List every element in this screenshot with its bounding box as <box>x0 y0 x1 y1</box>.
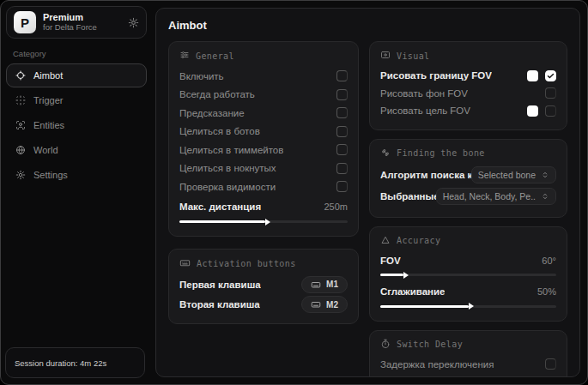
brand-text: Premium for Delta Force <box>43 12 97 33</box>
checkbox[interactable] <box>336 126 348 137</box>
selected-option: Head, Neck, Body, Pe.. <box>443 191 536 202</box>
smoothing-slider[interactable] <box>380 301 556 311</box>
sidebar-item-label: Entities <box>33 120 64 130</box>
setting-value: 60° <box>542 256 556 266</box>
sidebar-item-label: Settings <box>33 170 68 180</box>
hotkey-label: Вторая клавиша <box>179 299 260 310</box>
hotkey-row-second: Вторая клавиша M2 <box>179 296 348 315</box>
main-panel: Aimbot General <box>155 8 580 377</box>
setting-label: Рисовать границу FOV <box>380 70 492 81</box>
switch-delay-card: Switch Delay Задержка переключения Задер… <box>369 330 567 378</box>
setting-label: Проверка видимости <box>179 182 276 192</box>
hotkey-value: M2 <box>326 300 338 310</box>
sidebar-item-label: Trigger <box>33 95 63 105</box>
hotkey-row-first: Первая клавиша M1 <box>179 275 348 294</box>
app-window: P Premium for Delta Force Category <box>0 0 588 385</box>
checkbox[interactable] <box>336 89 348 100</box>
checkbox[interactable] <box>545 87 556 99</box>
setting-label: Алгоритм поиска кости <box>380 170 471 180</box>
brand-box: P Premium for Delta Force <box>6 6 147 39</box>
checkbox[interactable] <box>336 163 348 174</box>
setting-row-prediction: Предсказание <box>179 104 348 123</box>
bone-header: Finding the bone <box>380 147 556 159</box>
checkbox[interactable] <box>336 70 348 81</box>
crosshair-icon <box>15 70 26 81</box>
setting-label: Рисовать фон FOV <box>380 88 468 99</box>
setting-row-selected-bones: Выбранные кости Head, Neck, Body, Pe.. <box>380 186 556 208</box>
setting-label: Предсказание <box>179 108 245 118</box>
unfold-icon <box>541 171 549 179</box>
max-distance-slider[interactable] <box>179 216 348 226</box>
gear-icon[interactable] <box>128 17 139 28</box>
color-swatch[interactable] <box>527 70 538 81</box>
setting-label: Целиться в ботов <box>179 126 260 136</box>
checkbox[interactable] <box>545 105 556 117</box>
checkbox[interactable] <box>336 181 348 192</box>
finding-bone-card: Finding the bone Алгоритм поиска кости S… <box>369 139 567 218</box>
sidebar-item-aimbot[interactable]: Aimbot <box>6 63 147 87</box>
hotkey-label: Первая клавиша <box>179 280 261 290</box>
setting-row-target-knocked: Целиться в нокнутых <box>179 159 348 178</box>
activation-header: Activation buttons <box>179 257 348 270</box>
setting-label: Целиться в тиммейтов <box>179 145 283 155</box>
brand-logo: P <box>14 11 36 33</box>
visual-card: Visual Рисовать границу FOV Рисовать фон… <box>369 41 567 130</box>
setting-row-enable: Включить <box>179 67 348 86</box>
setting-row-always-work: Всегда работать <box>179 86 348 105</box>
bone-algorithm-select[interactable]: Selected bone <box>471 166 556 183</box>
setting-label: FOV <box>380 256 401 266</box>
page-title: Aimbot <box>168 19 567 32</box>
accuracy-header: Accuracy <box>380 235 556 247</box>
setting-label: Включить <box>179 71 224 81</box>
checkbox[interactable] <box>336 107 348 118</box>
session-duration-box: Session duration: 4m 22s <box>5 347 145 378</box>
switch-delay-header: Switch Delay <box>380 339 556 351</box>
setting-row-visibility-check: Проверка видимости <box>179 177 348 196</box>
hotkey-button-second[interactable]: M2 <box>301 296 348 313</box>
activation-buttons-card: Activation buttons Первая клавиша M1 Вто… <box>168 249 359 324</box>
setting-row-fov: FOV 60° <box>380 252 556 270</box>
bone-icon <box>380 147 391 159</box>
setting-label: Рисовать цель FOV <box>380 105 470 116</box>
sidebar-item-settings[interactable]: Settings <box>6 163 147 187</box>
color-swatch[interactable] <box>527 105 538 117</box>
selected-option: Selected bone <box>478 170 536 180</box>
setting-label: Выбранные кости <box>380 191 436 202</box>
sidebar-nav: Aimbot Trigger Entitie <box>6 63 147 188</box>
sidebar-item-world[interactable]: World <box>6 138 147 162</box>
setting-label: Целиться в нокнутых <box>179 163 276 173</box>
brand-title: Premium <box>43 12 97 23</box>
stopwatch-icon <box>380 339 391 351</box>
checkbox[interactable] <box>545 70 556 81</box>
fov-slider[interactable] <box>380 269 556 280</box>
gear-icon <box>15 170 26 180</box>
setting-row-smoothing: Сглаживание 50% <box>380 283 556 301</box>
sidebar-item-entities[interactable]: Entities <box>6 113 147 137</box>
selected-bones-select[interactable]: Head, Neck, Body, Pe.. <box>436 188 556 205</box>
person-scan-icon <box>15 120 26 130</box>
trigger-crosshair-icon <box>15 95 26 105</box>
checkbox[interactable] <box>545 358 556 370</box>
setting-row-target-teammates: Целиться в тиммейтов <box>179 141 348 159</box>
sidebar-item-label: Aimbot <box>33 70 63 81</box>
setting-row-bone-algorithm: Алгоритм поиска кости Selected bone <box>380 165 556 186</box>
eye-box-icon <box>380 50 391 62</box>
setting-row-fov-border: Рисовать границу FOV <box>380 67 556 85</box>
unfold-icon <box>541 192 549 201</box>
general-card: General Включить Всегда работать Предска… <box>168 41 359 237</box>
keyboard-icon <box>179 257 191 270</box>
general-header: General <box>179 50 348 62</box>
sliders-icon <box>179 50 190 62</box>
hotkey-value: M1 <box>326 280 338 289</box>
sidebar-item-trigger[interactable]: Trigger <box>6 88 147 112</box>
globe-icon <box>15 145 26 155</box>
category-label: Category <box>13 49 147 58</box>
checkbox[interactable] <box>336 144 348 155</box>
setting-row-target-bots: Целиться в ботов <box>179 123 348 141</box>
brand-subtitle: for Delta Force <box>43 23 97 33</box>
setting-label: Макс. дистанция <box>179 202 261 212</box>
hotkey-button-first[interactable]: M1 <box>301 276 348 293</box>
setting-row-fov-target: Рисовать цель FOV <box>380 102 556 120</box>
setting-value: 250m <box>324 202 348 212</box>
accuracy-card: Accuracy FOV 60° Сглаживание 50% <box>369 226 567 322</box>
